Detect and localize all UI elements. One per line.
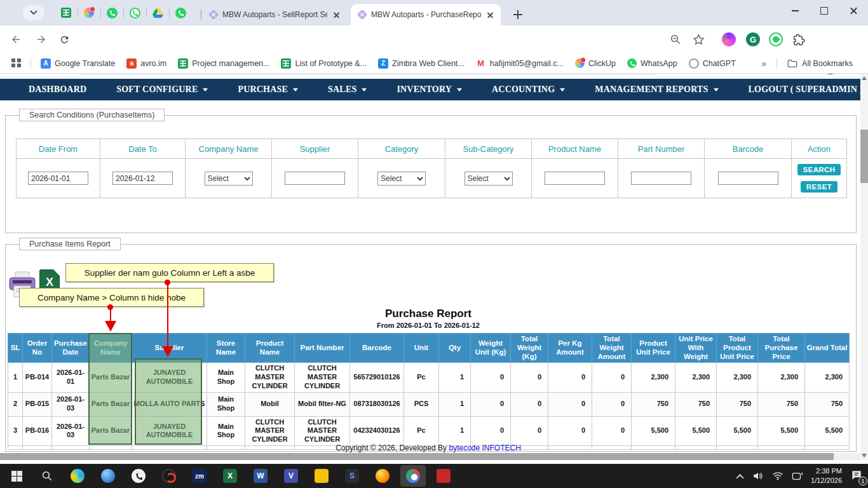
zoom-indicator-button[interactable]	[666, 30, 685, 49]
whatsapp-icon	[107, 8, 118, 18]
close-tab-icon[interactable]	[331, 10, 342, 20]
forward-button[interactable]	[32, 30, 51, 49]
taskbar-app-zoom[interactable]: zm	[187, 465, 212, 487]
star-icon	[693, 34, 705, 46]
table-cell: Mobil	[245, 392, 295, 416]
date-to-input[interactable]	[112, 172, 173, 185]
table-cell: 565729010126	[350, 363, 404, 392]
pinned-tab-whatsapp[interactable]	[100, 3, 123, 23]
column-header: Part Number	[295, 334, 350, 363]
pinned-tab-whatsapp-web[interactable]	[123, 3, 146, 23]
nav-soft-configure[interactable]: SOFT CONFIGURE	[116, 85, 208, 95]
date-from-input[interactable]	[28, 172, 88, 185]
taskbar-app-visio[interactable]: V	[278, 465, 304, 487]
taskbar-app-edge[interactable]	[65, 465, 90, 487]
column-header: Purchase Date	[52, 334, 90, 363]
reload-button[interactable]	[55, 30, 74, 49]
table-cell: 2026-01-03	[52, 416, 90, 445]
bookmark-gmail[interactable]: Mhafijmit05@gmail.c...	[470, 56, 569, 71]
product-name-input[interactable]	[545, 172, 605, 185]
nav-accounting[interactable]: ACCOUNTING	[492, 85, 565, 95]
window-controls	[780, 0, 868, 22]
part-number-input[interactable]	[631, 172, 691, 185]
taskbar-app-yellow[interactable]	[309, 465, 334, 487]
reset-button[interactable]: RESET	[801, 181, 837, 193]
taskbar-app-excel[interactable]: X	[217, 465, 243, 487]
wifi-icon[interactable]	[772, 471, 783, 480]
bookmark-chatgpt[interactable]: ChatGPT	[683, 56, 742, 71]
clock[interactable]: 2:38 PM 1/12/2026	[811, 466, 842, 485]
tray-chevron-up-icon[interactable]	[736, 473, 744, 479]
nav-logout[interactable]: LOGOUT ( SUPERADMIN )	[749, 85, 863, 95]
bookmark-whatsapp[interactable]: WhatsApp	[621, 56, 683, 71]
new-tab-button[interactable]	[510, 6, 526, 23]
nav-management-reports[interactable]: MANAGEMENT REPORTS	[595, 85, 718, 95]
tab-sellreport[interactable]: MBW Autoparts - SellReport Se	[202, 4, 347, 25]
column-header: Barcode	[705, 139, 792, 159]
notification-center-button[interactable]: 1	[850, 469, 864, 483]
nav-inventory[interactable]: INVENTORY	[397, 85, 462, 95]
scroll-down-icon[interactable]	[862, 454, 867, 458]
horizontal-scrollbar-thumb[interactable]	[0, 453, 834, 460]
close-tab-icon[interactable]	[485, 10, 496, 20]
tab-purchasereport-active[interactable]: MBW Autoparts - PurchaseRepo	[351, 4, 501, 25]
bookmark-zimbra[interactable]: ZZimbra Web Client...	[372, 56, 470, 71]
minimize-button[interactable]	[780, 0, 810, 22]
taskbar-app-s[interactable]: S	[339, 465, 365, 487]
extension-green-button[interactable]	[766, 30, 785, 49]
search-button[interactable]: SEARCH	[797, 164, 841, 175]
back-button[interactable]	[6, 30, 25, 49]
pinned-tab-whatsapp-2[interactable]	[169, 3, 192, 23]
pinned-tab-drive[interactable]	[146, 3, 169, 23]
grammarly-icon: G	[746, 32, 760, 46]
nav-purchase[interactable]: PURCHASE	[238, 85, 298, 95]
bookmark-star-button[interactable]	[689, 30, 708, 49]
gmail-icon: M	[476, 58, 486, 69]
bookmark-avro[interactable]: aavro.im	[121, 56, 172, 71]
extension-grammarly-button[interactable]: G	[743, 30, 763, 49]
taskbar-app-word[interactable]: W	[248, 465, 273, 487]
taskbar-app-blue[interactable]	[95, 465, 121, 487]
nav-dashboard[interactable]: DASHBOARD	[29, 85, 86, 95]
start-button[interactable]	[4, 465, 29, 487]
cast-icon[interactable]	[792, 471, 803, 481]
company-name-select[interactable]: Select	[205, 172, 253, 186]
taskbar-app-chrome-active[interactable]	[400, 465, 426, 487]
bookmarks-overflow-button[interactable]: »	[755, 58, 773, 69]
extensions-menu-button[interactable]	[789, 30, 808, 49]
nav-sales[interactable]: SALES	[328, 85, 367, 95]
pinned-tab-clickup[interactable]	[78, 3, 100, 23]
visio-icon: V	[284, 469, 298, 483]
category-select[interactable]: Select	[377, 172, 426, 186]
column-header: Unit	[404, 334, 439, 363]
maximize-button[interactable]	[810, 0, 839, 22]
taskbar-app-red[interactable]	[431, 465, 456, 487]
developer-link[interactable]: bytecode INFOTECH	[449, 444, 520, 452]
vertical-scrollbar-thumb[interactable]	[860, 130, 868, 183]
extension-colorful-button[interactable]	[719, 30, 738, 49]
table-cell: Pc	[404, 416, 439, 445]
bookmark-project-management[interactable]: Project managemen...	[172, 56, 275, 71]
horizontal-scrollbar[interactable]	[0, 453, 860, 460]
vertical-scrollbar[interactable]	[860, 74, 868, 460]
scroll-up-icon[interactable]	[862, 76, 867, 80]
close-window-button[interactable]	[839, 0, 868, 22]
bookmark-list-of-prototype[interactable]: List of Prototype &...	[275, 56, 372, 71]
pinned-tab-sheets[interactable]	[55, 3, 78, 23]
barcode-input[interactable]	[718, 172, 778, 185]
bookmark-clickup[interactable]: ClickUp	[569, 56, 621, 71]
apps-grid-icon[interactable]	[11, 58, 22, 69]
sub-category-select[interactable]: Select	[465, 172, 513, 186]
taskbar-app-whatsapp[interactable]	[126, 465, 151, 487]
whatsapp-icon	[627, 58, 637, 68]
table-cell: 1	[439, 392, 471, 416]
volume-icon[interactable]	[752, 471, 764, 481]
sheets-icon	[178, 58, 188, 69]
all-bookmarks-button[interactable]: All Bookmarks	[781, 59, 862, 68]
bookmark-google-translate[interactable]: AGoogle Translate	[35, 56, 121, 71]
supplier-input[interactable]	[285, 172, 345, 185]
taskbar-search-button[interactable]	[34, 465, 60, 487]
tab-search-button[interactable]	[23, 5, 44, 20]
taskbar-app-darkred[interactable]	[156, 465, 182, 487]
taskbar-app-firefox[interactable]	[370, 465, 395, 487]
